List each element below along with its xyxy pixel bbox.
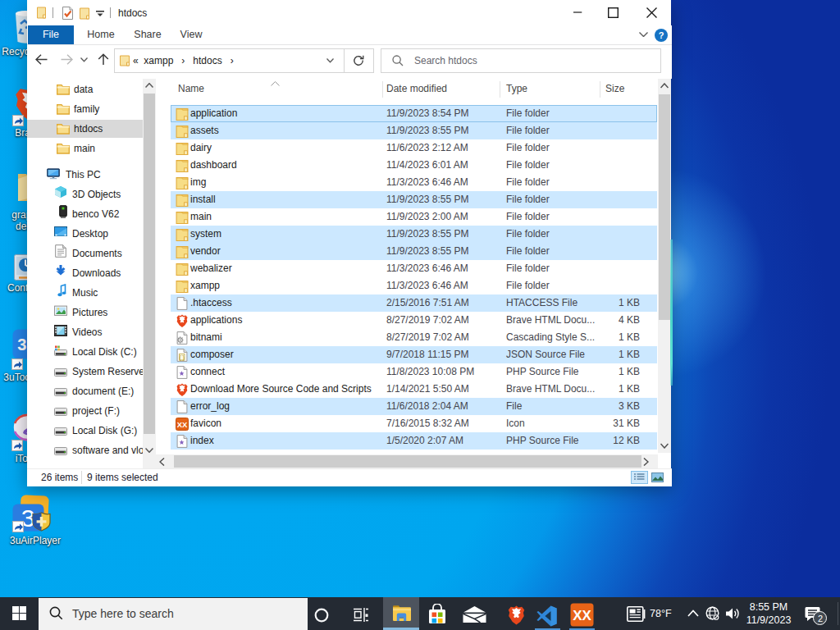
svg-text:{}: {} (179, 355, 185, 361)
svg-text:XX: XX (573, 608, 591, 623)
svg-text:XX: XX (177, 420, 188, 429)
